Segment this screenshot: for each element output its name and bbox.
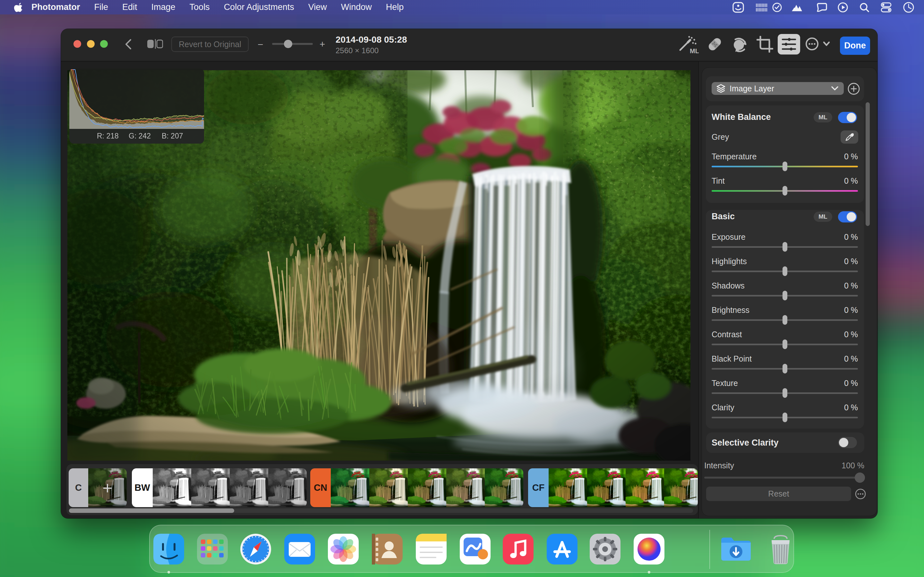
- svg-text:ML: ML: [690, 47, 699, 55]
